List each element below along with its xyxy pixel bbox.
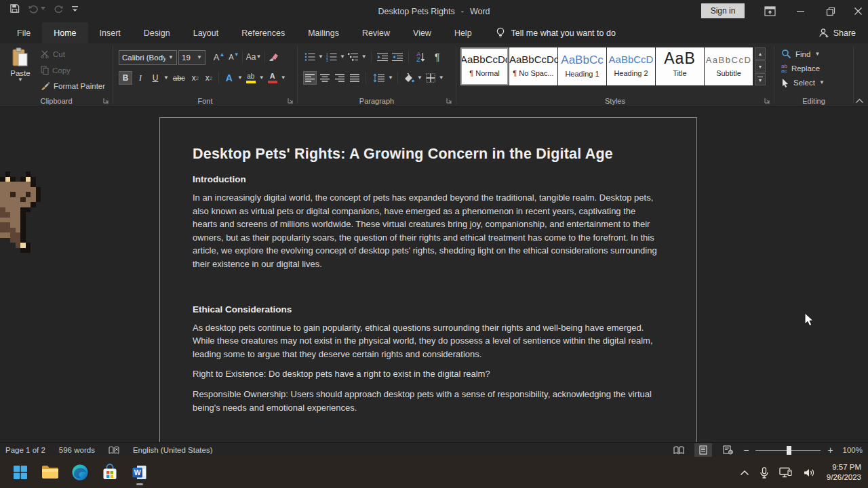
find-button[interactable]: Find ▼ <box>781 49 825 59</box>
bold-button[interactable]: B <box>119 71 132 85</box>
read-mode-icon[interactable] <box>670 443 688 457</box>
decrease-indent-icon[interactable] <box>376 50 389 64</box>
borders-icon[interactable] <box>424 71 437 85</box>
tray-clock[interactable]: 9:57 PM 9/26/2023 <box>827 457 861 488</box>
tab-design[interactable]: Design <box>132 22 182 43</box>
clear-formatting-button[interactable] <box>267 50 280 64</box>
sort-icon[interactable]: AZ <box>413 50 429 64</box>
clipboard-dialog-launcher-icon[interactable] <box>103 98 109 104</box>
ribbon-display-options-button[interactable] <box>760 0 780 22</box>
web-layout-icon[interactable] <box>719 443 736 457</box>
page-indicator[interactable]: Page 1 of 2 <box>5 446 45 454</box>
network-icon[interactable] <box>779 467 793 479</box>
restore-button[interactable] <box>821 0 841 22</box>
start-button[interactable] <box>11 463 30 482</box>
zoom-out-icon[interactable]: − <box>743 445 749 455</box>
align-right-button[interactable] <box>333 71 347 85</box>
tab-file[interactable]: File <box>5 22 42 43</box>
tab-insert[interactable]: Insert <box>88 22 132 43</box>
print-layout-icon[interactable] <box>694 443 712 457</box>
italic-button[interactable]: I <box>134 71 147 85</box>
text-highlight-button[interactable]: ab <box>244 71 258 85</box>
tell-me-box[interactable]: Tell me what you want to do <box>496 22 616 43</box>
font-name-combobox[interactable]: Calibri (Body ▼ <box>119 50 177 65</box>
style-subtitle[interactable]: AaBbCcD Subtitle <box>705 47 753 85</box>
tab-layout[interactable]: Layout <box>182 22 231 43</box>
highlight-dropdown-icon[interactable]: ▼ <box>259 75 264 81</box>
desktop-pet-cat[interactable] <box>0 171 46 253</box>
document-page[interactable]: Desktop Pets' Rights: A Growing Concern … <box>159 117 697 443</box>
borders-dropdown-icon[interactable]: ▼ <box>439 75 444 81</box>
line-spacing-icon[interactable] <box>370 71 387 85</box>
show-paragraph-marks-button[interactable]: ¶ <box>431 50 444 64</box>
edge-browser-icon[interactable] <box>71 463 90 482</box>
copy-button[interactable]: Copy <box>41 66 71 75</box>
collapse-ribbon-icon[interactable] <box>855 98 864 104</box>
tray-chevron-icon[interactable] <box>740 470 749 476</box>
change-case-button[interactable]: Aa▼ <box>244 50 263 64</box>
tab-view[interactable]: View <box>401 22 443 43</box>
microsoft-store-icon[interactable] <box>100 463 119 482</box>
text-effects-dropdown-icon[interactable]: ▼ <box>237 75 243 81</box>
strikethrough-button[interactable]: abc <box>170 71 188 85</box>
select-button[interactable]: Select ▼ <box>781 78 825 87</box>
replace-button[interactable]: abac Replace <box>781 64 825 73</box>
styles-more-icon[interactable]: ▼ <box>755 73 766 85</box>
styles-scroll-up-icon[interactable]: ▲ <box>755 47 766 60</box>
style-no-spacing[interactable]: AaBbCcDc ¶ No Spac... <box>509 47 557 85</box>
share-button[interactable]: Share <box>818 22 856 43</box>
sign-in-button[interactable]: Sign in <box>701 3 745 18</box>
tab-references[interactable]: References <box>230 22 296 43</box>
zoom-level[interactable]: 100% <box>843 446 863 454</box>
align-center-button[interactable] <box>318 71 332 85</box>
styles-dialog-launcher-icon[interactable] <box>764 98 770 104</box>
superscript-button[interactable]: x2 <box>203 71 215 85</box>
font-color-dropdown-icon[interactable]: ▼ <box>281 75 286 81</box>
format-painter-button[interactable]: Format Painter <box>41 81 105 90</box>
shading-dropdown-icon[interactable]: ▼ <box>417 75 422 81</box>
file-explorer-icon[interactable] <box>41 463 60 482</box>
close-button[interactable] <box>848 0 868 22</box>
multilevel-list-icon[interactable] <box>347 50 360 64</box>
tab-home[interactable]: Home <box>42 22 87 43</box>
increase-indent-icon[interactable] <box>391 50 404 64</box>
bullets-dropdown-icon[interactable]: ▼ <box>318 54 323 60</box>
numbering-icon[interactable]: 123 <box>325 50 338 64</box>
align-left-button[interactable] <box>303 71 317 85</box>
word-count[interactable]: 596 words <box>59 446 95 454</box>
underline-dropdown-icon[interactable]: ▼ <box>163 75 169 81</box>
zoom-slider[interactable] <box>755 443 821 457</box>
subscript-button[interactable]: x2 <box>189 71 201 85</box>
tab-help[interactable]: Help <box>443 22 484 43</box>
bullets-icon[interactable] <box>303 50 317 64</box>
style-heading-2[interactable]: AaBbCcD Heading 2 <box>607 47 655 85</box>
text-effects-button[interactable]: A <box>222 71 236 85</box>
zoom-in-icon[interactable]: + <box>827 445 833 455</box>
zoom-slider-handle[interactable] <box>787 446 791 455</box>
numbering-dropdown-icon[interactable]: ▼ <box>340 54 345 60</box>
shrink-font-button[interactable]: A▼ <box>227 50 241 64</box>
font-dialog-launcher-icon[interactable] <box>288 98 294 104</box>
paragraph-dialog-launcher-icon[interactable] <box>446 98 452 104</box>
volume-icon[interactable] <box>804 468 815 478</box>
proofing-icon[interactable] <box>108 446 119 455</box>
style-title[interactable]: AaB Title <box>656 47 704 85</box>
font-color-button[interactable]: A <box>266 71 279 85</box>
microphone-icon[interactable] <box>760 467 768 479</box>
tab-mailings[interactable]: Mailings <box>296 22 351 43</box>
font-size-combobox[interactable]: 19 ▼ <box>178 50 205 65</box>
grow-font-button[interactable]: A▲ <box>212 50 226 64</box>
underline-button[interactable]: U <box>149 71 162 85</box>
minimize-button[interactable] <box>790 0 810 22</box>
paste-button[interactable]: Paste ▼ <box>7 47 34 83</box>
cut-button[interactable]: Cut <box>41 50 65 58</box>
word-taskbar-icon[interactable]: W <box>130 463 149 482</box>
tab-review[interactable]: Review <box>351 22 401 43</box>
styles-scroll-down-icon[interactable]: ▼ <box>755 60 766 73</box>
justify-button[interactable] <box>348 71 361 85</box>
multilevel-dropdown-icon[interactable]: ▼ <box>361 54 367 60</box>
language-indicator[interactable]: English (United States) <box>133 446 213 454</box>
line-spacing-dropdown-icon[interactable]: ▼ <box>388 75 393 81</box>
style-normal[interactable]: AaBbCcDc ¶ Normal <box>460 47 509 85</box>
style-heading-1[interactable]: AaBbCc Heading 1 <box>558 47 606 85</box>
